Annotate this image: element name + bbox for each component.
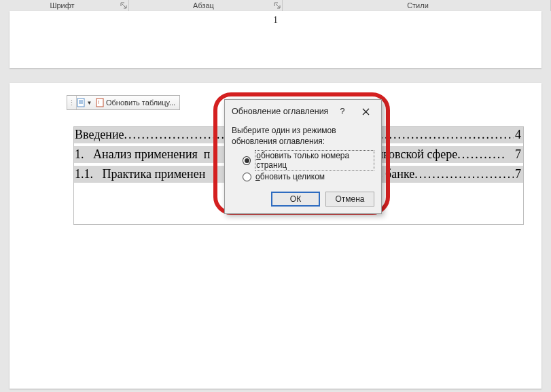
dialog-prompt: Выберите один из режимов обновления огла…: [232, 126, 374, 147]
radio-label: обновить целиком: [255, 172, 325, 181]
dialog-launcher-icon[interactable]: [120, 2, 127, 9]
toc-leader-dots: ...........: [457, 147, 514, 162]
dialog-launcher-icon[interactable]: [274, 2, 281, 9]
page-icon: [77, 98, 85, 107]
svg-rect-0: [77, 99, 84, 107]
radio-label: обновить только номера страниц: [255, 150, 374, 171]
refresh-icon: !: [96, 98, 104, 107]
radio-update-page-numbers[interactable]: обновить только номера страниц: [232, 149, 374, 171]
page-number: 1: [10, 15, 541, 26]
ok-button[interactable]: ОК: [271, 192, 320, 207]
radio-icon: [243, 156, 251, 165]
toc-drag-handle-icon[interactable]: ⋮: [67, 96, 77, 109]
dialog-title-text: Обновление оглавления: [232, 107, 331, 116]
ribbon-group-font: Шрифт: [4, 1, 120, 10]
toc-settings-button[interactable]: ▼: [77, 96, 92, 109]
ribbon-group-labels: Шрифт Абзац Стили: [0, 0, 551, 11]
document-page-top: 1: [10, 11, 541, 68]
svg-text:!: !: [98, 99, 99, 105]
close-icon: [362, 108, 370, 115]
ribbon-group-styles: Стили: [287, 1, 549, 10]
toc-entry-page: 4: [514, 128, 521, 142]
toc-entry-text: 1.1. Практика применен: [75, 167, 205, 181]
document-page-main: ⋮ ▼ ! Обновить таблицу... Введение .....…: [10, 83, 541, 389]
ribbon-group-paragraph: Абзац: [133, 1, 274, 10]
close-button[interactable]: [354, 104, 377, 119]
toc-entry-page: 7: [514, 147, 521, 162]
radio-icon: [243, 173, 251, 181]
toc-entry-text: 1. Анализ применения п: [75, 147, 210, 162]
toc-entry-page: 7: [514, 167, 521, 181]
help-button[interactable]: ?: [331, 104, 354, 119]
toc-update-label: Обновить таблицу...: [106, 99, 175, 107]
cancel-button[interactable]: Отмена: [325, 192, 374, 207]
update-toc-dialog: Обновление оглавления ? Выберите один из…: [224, 99, 382, 214]
dialog-titlebar[interactable]: Обновление оглавления ?: [225, 100, 381, 123]
toc-entry-text: Введение: [75, 128, 124, 142]
radio-update-entire[interactable]: обновить целиком: [232, 171, 374, 182]
toc-leader-dots: .........................: [414, 167, 514, 181]
toc-field-toolbar: ⋮ ▼ ! Обновить таблицу...: [67, 95, 180, 110]
toc-update-button[interactable]: ! Обновить таблицу...: [92, 96, 179, 109]
